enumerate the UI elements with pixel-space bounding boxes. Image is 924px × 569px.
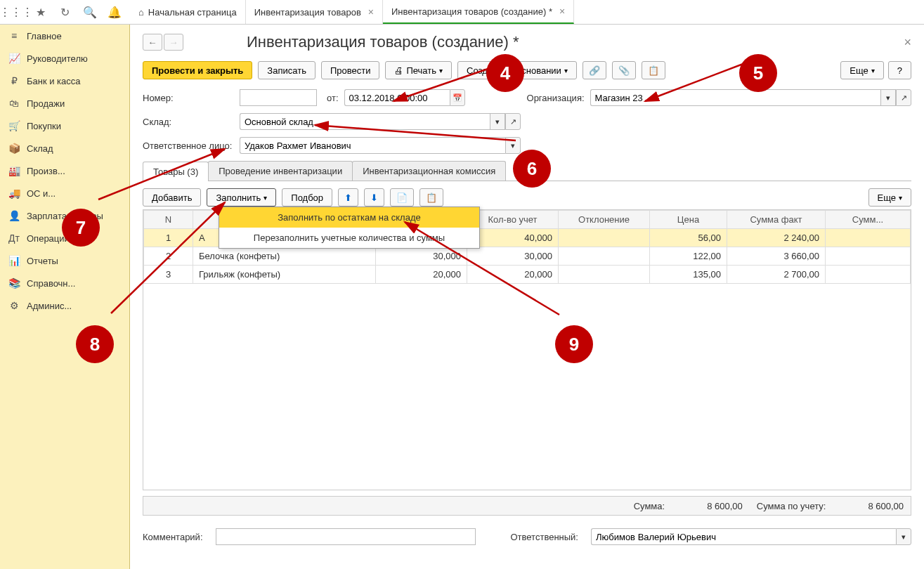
sidebar-item-hr[interactable]: 👤Зарплата и кадры	[0, 204, 129, 227]
tab-inventory[interactable]: Инвентаризация товаров ×	[246, 0, 383, 24]
chevron-down-icon[interactable]: ▾	[880, 89, 896, 106]
sidebar-label: Админис...	[27, 301, 72, 311]
star-icon[interactable]: ★	[34, 6, 47, 18]
cell-fact: 30,000	[376, 247, 467, 266]
sidebar-label: Операции	[27, 233, 70, 244]
cell-uchet: 30,000	[467, 247, 559, 266]
chevron-down-icon[interactable]: ▾	[505, 137, 521, 154]
close-icon[interactable]: ×	[368, 6, 374, 18]
list-button[interactable]: 📋	[642, 61, 665, 79]
sidebar-item-production[interactable]: 🏭Произв...	[0, 159, 129, 182]
sidebar-item-bank[interactable]: ₽Банк и касса	[0, 70, 129, 92]
sidebar-label: ОС и...	[27, 188, 56, 199]
save-button[interactable]: Записать	[258, 61, 315, 79]
sidebar-item-operations[interactable]: ДтОперации	[0, 227, 129, 249]
tab-home[interactable]: ⌂ Начальная страница	[130, 0, 246, 24]
sum-uchet-label: Сумма по учету:	[757, 501, 826, 511]
sidebar-item-sales[interactable]: 🛍Продажи	[0, 92, 129, 115]
cell-sum	[826, 247, 911, 266]
create-based-button[interactable]: Создать на основании	[457, 61, 577, 79]
date-label: от:	[327, 93, 339, 103]
cell-dev	[559, 266, 650, 284]
goods-table[interactable]: N Н Кол-во учет Отклонение Цена Сумма фа…	[143, 209, 911, 490]
cell-dev	[559, 229, 650, 247]
sum-label: Сумма:	[634, 501, 665, 511]
pick-button[interactable]: Подбор	[282, 188, 332, 207]
menu-icon: ≡	[8, 30, 20, 41]
sidebar-item-purchases[interactable]: 🛒Покупки	[0, 115, 129, 137]
back-button[interactable]: ←	[143, 34, 162, 51]
table-row[interactable]: 3 Грильяж (конфеты) 20,000 20,000 135,00…	[144, 266, 911, 284]
cell-price: 56,00	[650, 229, 727, 247]
box-icon: 📦	[8, 143, 20, 154]
sidebar-item-manager[interactable]: 📈Руководителю	[0, 47, 129, 70]
footer-row: Комментарий: Ответственный: ▾	[143, 528, 911, 545]
window-tabs: ⌂ Начальная страница Инвентаризация това…	[130, 0, 574, 24]
paste-button[interactable]: 📋	[419, 188, 443, 207]
search-icon[interactable]: 🔍	[84, 6, 96, 18]
cell-sumfact: 2 700,00	[727, 266, 826, 284]
calendar-icon[interactable]: 📅	[450, 89, 465, 106]
sidebar-item-reports[interactable]: 📊Отчеты	[0, 249, 129, 272]
bell-icon[interactable]: 🔔	[108, 6, 121, 18]
tab-conduct[interactable]: Проведение инвентаризации	[208, 161, 353, 181]
number-label: Номер:	[143, 93, 234, 103]
open-icon[interactable]: ↗	[896, 89, 911, 106]
copy-button[interactable]: 📄	[390, 188, 414, 207]
move-up-button[interactable]: ⬆	[338, 188, 358, 207]
more-button[interactable]: Еще	[840, 61, 883, 79]
table-row[interactable]: 2 Белочка (конфеты) 30,000 30,000 122,00…	[144, 247, 911, 266]
post-close-button[interactable]: Провести и закрыть	[143, 61, 252, 79]
sklad-input[interactable]	[240, 113, 490, 130]
cell-fact: 20,000	[376, 266, 467, 284]
post-button[interactable]: Провести	[321, 61, 380, 79]
tab-commission[interactable]: Инвентаризационная комиссия	[352, 161, 506, 181]
apps-icon[interactable]: ⋮⋮⋮	[10, 6, 22, 18]
chart-icon: 📈	[8, 53, 20, 64]
cell-sumfact: 3 660,00	[727, 247, 826, 266]
cell-uchet: 40,000	[467, 229, 559, 247]
tab-label: Инвентаризация товаров	[254, 7, 361, 18]
resp-label: Ответственное лицо:	[143, 140, 234, 151]
sidebar-label: Отчеты	[27, 256, 58, 266]
sidebar-item-admin[interactable]: ⚙Админис...	[0, 294, 129, 317]
resp-input[interactable]	[240, 137, 505, 154]
sidebar-item-warehouse[interactable]: 📦Склад	[0, 137, 129, 159]
sidebar-item-assets[interactable]: 🚚ОС и...	[0, 182, 129, 204]
tab-goods[interactable]: Товары (3)	[143, 162, 209, 181]
sum-bar: Сумма: 8 600,00 Сумма по учету: 8 600,00	[143, 496, 911, 516]
tab-inventory-create[interactable]: Инвентаризация товаров (создание) * ×	[383, 0, 574, 24]
home-icon: ⌂	[138, 7, 144, 18]
col-dev: Отклонение	[559, 211, 650, 229]
gear-icon: ⚙	[8, 300, 20, 311]
close-icon[interactable]: ×	[559, 6, 565, 17]
fill-by-stock-item[interactable]: Заполнить по остаткам на складе	[219, 207, 479, 228]
refill-qty-item[interactable]: Перезаполнить учетные количества и суммы	[219, 228, 479, 248]
move-down-button[interactable]: ⬇	[364, 188, 384, 207]
cell-n: 1	[144, 229, 193, 247]
date-input[interactable]	[344, 89, 450, 106]
chevron-down-icon[interactable]: ▾	[896, 528, 911, 545]
add-button[interactable]: Добавить	[143, 188, 201, 207]
comment-input[interactable]	[216, 528, 476, 545]
row-number-date-org: Номер: от: 📅 Организация: ▾ ↗	[143, 89, 911, 106]
resp-input-group: ▾	[240, 137, 521, 154]
forward-button[interactable]: →	[164, 34, 183, 51]
close-icon[interactable]: ×	[904, 35, 911, 50]
fill-button[interactable]: Заполнить	[207, 188, 276, 207]
attach-button[interactable]: 📎	[612, 61, 636, 79]
org-input[interactable]	[590, 89, 880, 106]
print-button[interactable]: 🖨Печать	[385, 61, 452, 79]
sidebar-item-main[interactable]: ≡Главное	[0, 25, 129, 47]
number-input[interactable]	[240, 89, 317, 106]
open-icon[interactable]: ↗	[505, 113, 521, 130]
chevron-down-icon[interactable]: ▾	[490, 113, 505, 130]
link-button[interactable]: 🔗	[583, 61, 606, 79]
responsible-input[interactable]	[591, 528, 896, 545]
sidebar-item-refs[interactable]: 📚Справочн...	[0, 272, 129, 294]
sidebar-label: Продажи	[27, 98, 65, 109]
table-more-button[interactable]: Еще	[868, 188, 911, 207]
help-button[interactable]: ?	[888, 61, 911, 79]
sidebar-label: Банк и касса	[27, 76, 81, 86]
history-icon[interactable]: ↻	[59, 6, 72, 18]
